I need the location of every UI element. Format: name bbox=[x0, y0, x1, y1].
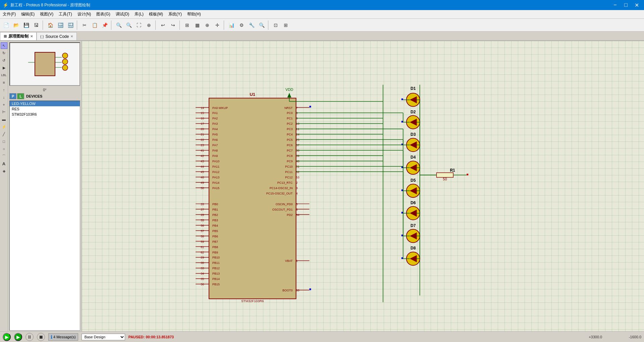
plus-tool[interactable]: + bbox=[1, 101, 7, 108]
box-tool[interactable]: □ bbox=[1, 138, 7, 145]
zoom-in-btn[interactable]: 🔍 bbox=[114, 20, 123, 30]
line-tool[interactable]: ╱ bbox=[1, 131, 7, 137]
power-tool[interactable]: ⚡ bbox=[1, 123, 7, 130]
cross-btn[interactable]: ✛ bbox=[213, 20, 222, 30]
cut-btn[interactable]: ✂ bbox=[80, 20, 89, 30]
circle-tool[interactable]: ○ bbox=[1, 146, 7, 152]
pick-devices-btn[interactable]: P bbox=[9, 93, 16, 99]
play-debug-button[interactable]: ▶ bbox=[14, 333, 22, 341]
save-all-btn[interactable]: 🖫 bbox=[32, 20, 41, 30]
component-tool[interactable]: ▶ bbox=[1, 64, 7, 71]
menu-item-y[interactable]: 系统(Y) bbox=[166, 10, 184, 18]
source-tab-close[interactable]: ✕ bbox=[70, 35, 73, 38]
rotate-cw-tool[interactable]: ↻ bbox=[1, 50, 7, 56]
tab-source[interactable]: { } Source Code ✕ bbox=[37, 32, 77, 40]
svg-text:D2: D2 bbox=[411, 110, 416, 114]
zoom-fit-btn[interactable]: ⛶ bbox=[134, 20, 144, 30]
open-btn[interactable]: 📂 bbox=[11, 20, 21, 30]
save-btn[interactable]: 💾 bbox=[21, 20, 31, 30]
svg-text:53: 53 bbox=[296, 176, 299, 179]
up-arrow-tool[interactable]: ↑ bbox=[1, 87, 7, 93]
svg-text:52: 52 bbox=[296, 170, 299, 174]
device-item[interactable]: RES bbox=[10, 106, 80, 112]
new-btn[interactable]: 📄 bbox=[1, 20, 11, 30]
net-tool[interactable]: ≡ bbox=[1, 79, 7, 86]
menu-item-d[interactable]: 调试(D) bbox=[113, 10, 132, 18]
svg-text:PB2: PB2 bbox=[212, 213, 218, 217]
menu-item-e[interactable]: 编辑(E) bbox=[18, 10, 37, 18]
pcb-btn[interactable]: ⊡ bbox=[271, 20, 280, 30]
stop-button[interactable]: ⏹ bbox=[37, 333, 45, 341]
svg-text:37: 37 bbox=[296, 144, 299, 147]
zoom-out-btn[interactable]: 🔍 bbox=[124, 20, 133, 30]
redo-btn[interactable]: ↪ bbox=[168, 20, 178, 30]
library-btn[interactable]: L bbox=[17, 93, 24, 99]
rotate-ccw-tool[interactable]: ↺ bbox=[1, 57, 7, 64]
copy-btn[interactable]: 📋 bbox=[90, 20, 99, 30]
home-btn[interactable]: 🏠 bbox=[46, 20, 55, 30]
paste-btn[interactable]: 📌 bbox=[100, 20, 109, 30]
zoom-area-btn[interactable]: ⊕ bbox=[144, 20, 154, 30]
search-parts-btn[interactable]: 🔍 bbox=[257, 20, 266, 30]
maximize-button[interactable]: □ bbox=[621, 0, 631, 10]
properties-btn[interactable]: 🔧 bbox=[247, 20, 256, 30]
drc-btn[interactable]: ⊞ bbox=[281, 20, 290, 30]
svg-text:49: 49 bbox=[201, 181, 204, 184]
bus-tool[interactable]: ▬ bbox=[1, 116, 7, 123]
arc-tool[interactable]: ⌒ bbox=[1, 153, 7, 160]
forward-btn[interactable]: 🔜 bbox=[66, 20, 75, 30]
pause-button[interactable]: ⏸ bbox=[25, 333, 34, 341]
select-tool[interactable]: ↖ bbox=[1, 42, 7, 49]
menu-item-t[interactable]: 工具(T) bbox=[56, 10, 74, 18]
text-tool[interactable]: A bbox=[1, 160, 7, 167]
schematic-tab-close[interactable]: ✕ bbox=[30, 35, 33, 38]
device-item[interactable]: LED-YELLOW bbox=[10, 101, 80, 106]
sep2 bbox=[77, 20, 78, 30]
svg-text:R1: R1 bbox=[450, 168, 455, 173]
marker-tool[interactable]: ◈ bbox=[1, 168, 7, 174]
svg-text:PB9: PB9 bbox=[212, 251, 218, 254]
menu-item-m[interactable]: 模板(M) bbox=[146, 10, 166, 18]
svg-text:PC0: PC0 bbox=[287, 112, 292, 115]
undo-btn[interactable]: ↩ bbox=[158, 20, 168, 30]
pin-tool[interactable]: ⊢ bbox=[1, 109, 7, 115]
menu-item-v[interactable]: 视图(V) bbox=[37, 10, 56, 18]
svg-text:D8: D8 bbox=[411, 246, 416, 250]
design-select[interactable]: Base Design bbox=[82, 334, 125, 340]
down-arrow-tool[interactable]: ↓ bbox=[1, 94, 7, 101]
component-btn[interactable]: ⚙ bbox=[237, 20, 246, 30]
svg-text:D5: D5 bbox=[411, 178, 416, 183]
netlist-btn[interactable]: 📊 bbox=[227, 20, 236, 30]
svg-text:PC3: PC3 bbox=[287, 127, 292, 131]
svg-text:21: 21 bbox=[201, 133, 204, 136]
devices-label: DEVICES bbox=[26, 94, 42, 98]
tab-schematic[interactable]: ⊞ 原理图绘制 ✕ bbox=[0, 32, 37, 40]
menu-item-n[interactable]: 设计(N) bbox=[75, 10, 94, 18]
svg-text:PD2: PD2 bbox=[287, 213, 292, 217]
svg-text:24: 24 bbox=[296, 133, 299, 136]
close-window-button[interactable]: ✕ bbox=[632, 0, 641, 10]
svg-text:PC7: PC7 bbox=[287, 149, 292, 152]
label-tool[interactable]: LBL bbox=[1, 72, 7, 78]
annotate-btn[interactable]: ⊕ bbox=[203, 20, 212, 30]
minimize-button[interactable]: − bbox=[610, 0, 620, 10]
svg-text:PC6: PC6 bbox=[287, 144, 292, 147]
play-button[interactable]: ▶ bbox=[3, 333, 11, 341]
left-tool-panel: ↖ ↻ ↺ ▶ LBL ≡ ↑ ↓ + ⊢ ▬ ⚡ ╱ □ ○ ⌒ A ◈ bbox=[0, 41, 8, 331]
message-count[interactable]: ℹ 4 Message(s) bbox=[48, 333, 78, 341]
svg-text:PC15-OSC32_OUT: PC15-OSC32_OUT bbox=[266, 192, 293, 195]
wire-btn[interactable]: ⊞ bbox=[182, 20, 192, 30]
block-btn[interactable]: ▦ bbox=[193, 20, 202, 30]
menu-item-h[interactable]: 帮助(H) bbox=[184, 10, 204, 18]
menu-item-l[interactable]: 库(L) bbox=[132, 10, 146, 18]
menu-item-g[interactable]: 图表(G) bbox=[94, 10, 113, 18]
sep1 bbox=[43, 20, 44, 30]
device-item[interactable]: STM32F103R6 bbox=[10, 112, 80, 117]
canvas-area[interactable]: VDD U1 STM32F103R6 PA0-WKUP 14 PA1 15 PA… bbox=[82, 41, 644, 331]
svg-text:PC9: PC9 bbox=[287, 160, 292, 163]
back-btn[interactable]: 🔙 bbox=[56, 20, 65, 30]
menu-item-f[interactable]: 文件(F) bbox=[0, 10, 18, 18]
menu-bar: 文件(F)编辑(E)视图(V)工具(T)设计(N)图表(G)调试(D)库(L)模… bbox=[0, 10, 644, 19]
svg-text:D4: D4 bbox=[411, 155, 416, 160]
svg-text:44: 44 bbox=[201, 165, 204, 168]
